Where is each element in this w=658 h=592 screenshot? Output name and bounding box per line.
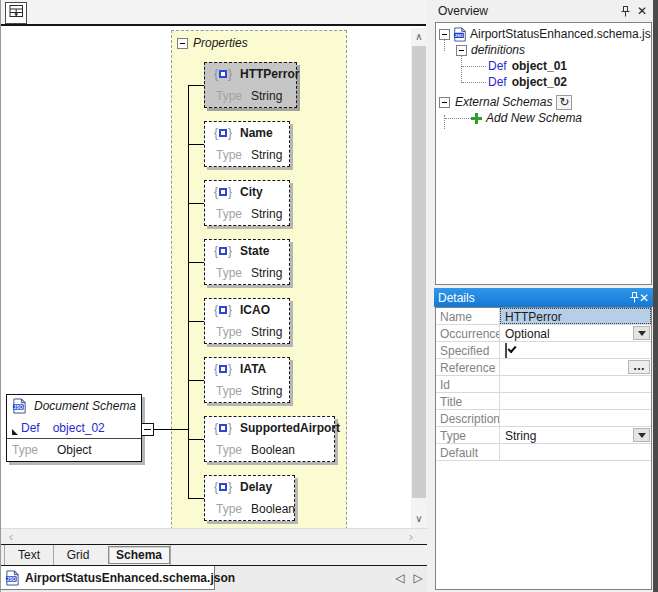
tree-definitions-row[interactable]: definitions — [436, 42, 651, 58]
collapse-icon[interactable] — [439, 29, 450, 40]
property-type: String — [251, 325, 282, 339]
property-box-city[interactable]: City TypeString — [204, 180, 290, 226]
pin-icon[interactable] — [621, 6, 635, 17]
detail-value-default[interactable] — [500, 444, 651, 460]
property-type: String — [251, 148, 282, 162]
type-value: Object — [57, 443, 92, 457]
scroll-up-icon[interactable]: ∧ — [411, 29, 427, 45]
tab-spacer — [170, 545, 176, 565]
horizontal-scrollbar[interactable]: ‹ › — [1, 528, 427, 544]
overview-title: Overview — [438, 4, 621, 18]
property-type: String — [251, 207, 282, 221]
def-name: object_01 — [512, 59, 567, 73]
collapse-children-icon[interactable] — [141, 423, 154, 436]
reload-schemas-icon[interactable]: ↻ — [556, 95, 572, 110]
property-box-httperror[interactable]: HTTPerror TypeString — [204, 62, 297, 108]
svg-text:JSO: JSO — [7, 576, 17, 581]
property-name: ICAO — [240, 303, 270, 317]
document-schema-box[interactable]: JSO Document Schema Def object_02 Type O… — [6, 394, 142, 462]
type-label: Type — [216, 89, 251, 103]
tab-scroll-left-icon[interactable]: ◁ — [393, 571, 407, 585]
file-tab-active[interactable]: JSO AirportStatusEnhanced.schema.json — [1, 566, 215, 590]
tree-external-schemas-row[interactable]: External Schemas ↻ — [436, 94, 651, 110]
detail-value-type[interactable]: String — [500, 427, 651, 443]
property-box-icao[interactable]: ICAO TypeString — [204, 298, 290, 344]
document-tab-bar: JSO AirportStatusEnhanced.schema.json ◁ … — [1, 566, 427, 592]
tab-text[interactable]: Text — [4, 545, 53, 565]
collapse-properties-icon[interactable] — [177, 38, 188, 49]
property-name: Delay — [240, 480, 272, 494]
pin-icon[interactable] — [630, 292, 639, 303]
detail-row-reference: Reference … — [436, 359, 651, 376]
property-box-name[interactable]: Name TypeString — [204, 121, 290, 167]
property-name: City — [240, 185, 263, 199]
json-file-icon: JSO — [453, 27, 467, 42]
def-label: Def — [21, 421, 40, 435]
json-property-icon — [214, 421, 232, 435]
property-box-supportedairport[interactable]: SupportedAirport TypeBoolean — [204, 416, 335, 462]
property-type: String — [251, 384, 282, 398]
property-box-state[interactable]: State TypeString — [204, 239, 290, 285]
close-icon[interactable]: ✕ — [639, 291, 649, 305]
close-icon[interactable]: ✕ — [635, 4, 649, 18]
detail-value-description[interactable] — [500, 410, 651, 426]
tab-scroll-right-icon[interactable]: ▷ — [411, 571, 425, 585]
tree-line — [461, 55, 462, 83]
json-property-icon — [214, 480, 232, 494]
tab-text-label: Text — [18, 548, 40, 562]
tree-line — [445, 118, 471, 119]
detail-value-id[interactable] — [500, 376, 651, 392]
tree-root-row[interactable]: JSO AirportStatusEnhanced.schema.json — [436, 26, 651, 42]
specified-checkbox[interactable] — [505, 343, 507, 358]
definition-arrow-icon — [12, 429, 18, 435]
properties-container-label: Properties — [193, 36, 248, 50]
tree-line — [462, 82, 486, 83]
def-name: object_02 — [512, 75, 567, 89]
detail-label: Type — [436, 427, 500, 443]
details-grid: Name HTTPerror Occurrence Optional Speci… — [435, 307, 652, 590]
collapse-icon[interactable] — [439, 97, 450, 108]
scroll-left-icon[interactable]: ‹ — [3, 529, 19, 545]
detail-value-name[interactable]: HTTPerror — [500, 308, 651, 324]
details-title: Details — [438, 291, 630, 305]
tree-def-object02-row[interactable]: Def object_02 — [436, 74, 651, 90]
dropdown-arrow-icon[interactable] — [633, 326, 650, 340]
tab-grid[interactable]: Grid — [53, 545, 102, 565]
detail-label: Description — [436, 410, 500, 426]
vertical-scrollbar[interactable]: ∧ ∨ — [411, 28, 427, 528]
property-box-delay[interactable]: Delay TypeBoolean — [204, 475, 295, 521]
tree-def-object01-row[interactable]: Def object_01 — [436, 58, 651, 74]
connector-stub — [188, 321, 204, 322]
dropdown-arrow-icon[interactable] — [633, 428, 650, 442]
browse-ellipsis-button[interactable]: … — [628, 360, 650, 374]
design-toolbar — [1, 0, 426, 26]
json-property-icon — [214, 67, 232, 81]
detail-value-specified — [500, 342, 651, 358]
detail-label: Title — [436, 393, 500, 409]
overview-titlebar: Overview ✕ — [434, 2, 653, 20]
type-label: Type — [216, 443, 251, 457]
scroll-right-icon[interactable]: › — [403, 529, 419, 545]
tab-schema[interactable]: Schema — [108, 546, 170, 564]
scroll-down-icon[interactable]: ∨ — [411, 511, 427, 527]
detail-value-occurrence[interactable]: Optional — [500, 325, 651, 341]
collapse-icon[interactable] — [456, 45, 467, 56]
tree-add-new-schema-row[interactable]: Add New Schema — [436, 110, 651, 126]
display-settings-button[interactable] — [5, 2, 27, 24]
add-icon[interactable] — [471, 113, 482, 124]
detail-value-title[interactable] — [500, 393, 651, 409]
window-edge — [653, 0, 658, 592]
type-label: Type — [216, 502, 251, 516]
property-name: IATA — [240, 362, 266, 376]
connector-stub — [188, 498, 204, 499]
schema-diagram-canvas[interactable]: Properties HTTPerror TypeString Name Typ… — [1, 28, 411, 528]
property-type: Boolean — [251, 502, 295, 516]
property-type: String — [251, 266, 282, 280]
detail-value-reference[interactable]: … — [500, 359, 651, 375]
svg-text:JSO: JSO — [14, 405, 24, 410]
connector-trunk-line — [188, 85, 189, 499]
def-prefix: Def — [488, 75, 507, 89]
property-box-iata[interactable]: IATA TypeString — [204, 357, 290, 403]
svg-text:JSO: JSO — [454, 32, 463, 37]
vertical-scroll-thumb[interactable] — [412, 46, 426, 498]
